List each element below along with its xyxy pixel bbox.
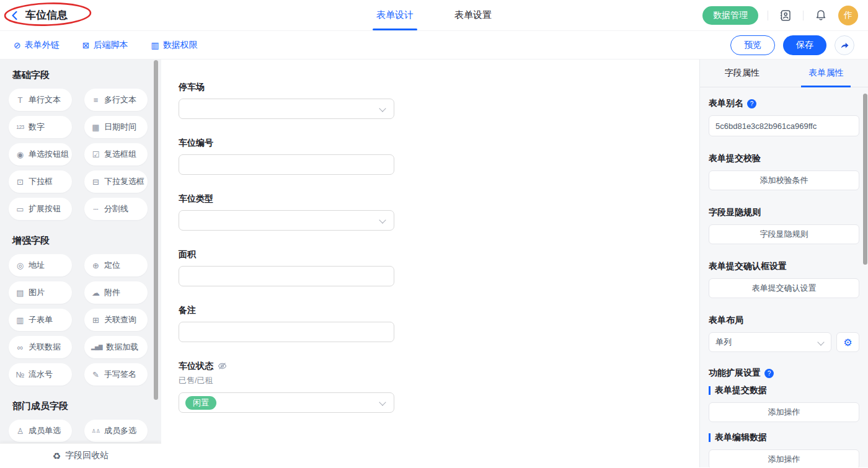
field-pill-signature[interactable]: ✎手写签名	[84, 363, 148, 386]
field-pill-member-single[interactable]: ♙成员单选	[9, 420, 72, 442]
field-label-row: 车位类型	[179, 193, 394, 204]
field-input[interactable]	[179, 266, 394, 286]
field-pill-member-multi[interactable]: ♙♙成员多选	[84, 420, 148, 442]
multi-dropdown-icon: ⊟	[91, 178, 100, 186]
field-pill-dropdown[interactable]: ⊡下拉框	[9, 170, 72, 193]
data-load-icon: ▂▅▇	[91, 345, 102, 350]
help-icon[interactable]: ?	[764, 369, 774, 378]
field-pill-serial-number[interactable]: №流水号	[9, 363, 72, 386]
share-button[interactable]	[835, 35, 854, 55]
field-pill-multi-line-text[interactable]: ≡多行文本	[84, 89, 148, 111]
canvas-field[interactable]: 备注	[179, 305, 394, 342]
field-pill-label: 手写签名	[104, 369, 136, 380]
field-recycle-bin[interactable]: ♻ 字段回收站	[0, 443, 161, 467]
back-chevron-icon	[10, 10, 20, 21]
field-pill-location[interactable]: ⊕定位	[84, 254, 148, 276]
address-icon: ◎	[16, 262, 25, 270]
field-pill-grid: ◎地址⊕定位▤图片☁附件▥子表单⊞关联查询∞关联数据▂▅▇数据加载№流水号✎手写…	[0, 248, 161, 391]
field-pill-data-load[interactable]: ▂▅▇数据加载	[84, 336, 148, 358]
backend-script-action[interactable]: ⊠ 后端脚本	[82, 40, 128, 51]
field-label-row: 车位编号	[179, 138, 394, 148]
attachment-icon: ☁	[91, 289, 100, 297]
field-pill-linked-data[interactable]: ∞关联数据	[9, 336, 72, 358]
canvas-field[interactable]: 面积	[179, 249, 394, 286]
help-icon[interactable]: ?	[747, 99, 756, 108]
canvas-field[interactable]: 车位编号	[179, 138, 394, 175]
submit-validation-button[interactable]: 添加校验条件	[709, 170, 859, 190]
back-button[interactable]: 车位信息	[10, 8, 68, 22]
panel-sections: 表单别名?5c6bd81e3c82b961ca969ffc表单提交校验添加校验条…	[700, 87, 868, 467]
properties-tabs: 字段属性 表单属性	[700, 60, 868, 87]
page-title: 车位信息	[25, 8, 68, 22]
canvas-field[interactable]: 车位类型	[179, 193, 394, 231]
canvas-field[interactable]: 车位状态已售/已租闲置	[179, 361, 394, 413]
field-select[interactable]	[179, 99, 394, 119]
field-pill-address[interactable]: ◎地址	[9, 254, 72, 276]
field-pill-number[interactable]: 123数字	[9, 116, 72, 138]
field-pill-multi-dropdown[interactable]: ⊟下拉复选框	[84, 170, 148, 193]
field-helper-text: 已售/已租	[179, 375, 394, 386]
field-pill-label: 数据加载	[106, 342, 138, 353]
data-permission-action[interactable]: ▥ 数据权限	[151, 40, 197, 51]
chevron-down-icon	[817, 338, 824, 345]
chevron-down-icon	[379, 105, 386, 112]
subform-icon: ▥	[16, 316, 25, 324]
field-pill-grid: T单行文本≡多行文本123数字▦日期时间◉单选按钮组☑复选框组⊡下拉框⊟下拉复选…	[0, 82, 161, 225]
canvas-field[interactable]: 停车场	[179, 82, 394, 119]
field-label: 车位编号	[179, 138, 213, 149]
field-input[interactable]	[179, 154, 394, 175]
workspace: 基础字段T单行文本≡多行文本123数字▦日期时间◉单选按钮组☑复选框组⊡下拉框⊟…	[0, 60, 868, 467]
form-layout-select[interactable]: 单列	[709, 332, 831, 352]
save-button[interactable]: 保存	[783, 35, 826, 55]
avatar[interactable]: 作	[838, 6, 858, 25]
blue-bar-marker	[709, 386, 711, 395]
preview-button[interactable]: 预览	[730, 35, 775, 55]
submit-confirm-box-button[interactable]: 表单提交确认设置	[709, 278, 859, 298]
field-library-sidebar: 基础字段T单行文本≡多行文本123数字▦日期时间◉单选按钮组☑复选框组⊡下拉框⊟…	[0, 60, 161, 467]
location-icon: ⊕	[91, 262, 100, 270]
field-select[interactable]	[179, 210, 394, 231]
form-alias-input[interactable]: 5c6bd81e3c82b961ca969ffc	[709, 115, 859, 136]
image-icon: ▤	[16, 289, 25, 297]
field-pill-image[interactable]: ▤图片	[9, 281, 72, 304]
status-tag: 闲置	[185, 396, 216, 410]
field-label: 面积	[179, 249, 196, 260]
field-select[interactable]: 闲置	[179, 392, 394, 413]
field-pill-label: 图片	[29, 287, 45, 298]
tab-form-properties[interactable]: 表单属性	[784, 60, 868, 87]
field-pill-attachment[interactable]: ☁附件	[84, 281, 148, 304]
tab-form-settings[interactable]: 表单设置	[448, 0, 498, 30]
field-pill-checkbox-group[interactable]: ☑复选框组	[84, 143, 148, 166]
field-pill-label: 单行文本	[29, 94, 61, 105]
panel-section-title-submit-validation: 表单提交校验	[709, 153, 859, 164]
layout-settings-gear-icon[interactable]: ⚙	[836, 332, 859, 352]
tab-form-design[interactable]: 表单设计	[370, 0, 420, 30]
field-label-row: 车位状态	[179, 361, 394, 371]
field-visibility-rules-button[interactable]: 字段显隐规则	[709, 224, 859, 244]
divider	[803, 11, 804, 20]
add-operation-button[interactable]: 添加操作	[709, 402, 859, 422]
data-manage-button[interactable]: 数据管理	[702, 6, 758, 25]
notification-bell-icon[interactable]	[813, 7, 829, 24]
field-pill-radio-group[interactable]: ◉单选按钮组	[9, 143, 72, 166]
backend-script-icon: ⊠	[82, 41, 90, 50]
top-bar: 车位信息 表单设计 表单设置 数据管理	[0, 0, 868, 31]
field-pill-extend-button[interactable]: ▭扩展按钮	[9, 198, 72, 220]
field-pill-label: 成员单选	[29, 425, 61, 436]
member-multi-icon: ♙♙	[91, 428, 100, 434]
panel-scrollbar[interactable]	[863, 94, 867, 265]
add-operation-button[interactable]: 添加操作	[709, 449, 859, 467]
field-pill-linked-query[interactable]: ⊞关联查询	[84, 309, 148, 331]
field-pill-single-line-text[interactable]: T单行文本	[9, 89, 72, 111]
field-label-row: 面积	[179, 249, 394, 260]
sidebar-scrollbar[interactable]	[154, 60, 158, 400]
field-pill-label: 子表单	[29, 314, 53, 325]
member-single-icon: ♙	[16, 427, 25, 435]
external-link-action[interactable]: ⊘ 表单外链	[14, 40, 60, 51]
field-pill-subform[interactable]: ▥子表单	[9, 309, 72, 331]
tab-field-properties[interactable]: 字段属性	[700, 60, 784, 87]
field-pill-divider[interactable]: ┄分割线	[84, 198, 148, 220]
field-pill-datetime[interactable]: ▦日期时间	[84, 116, 148, 138]
address-book-icon[interactable]	[777, 7, 794, 24]
field-input[interactable]	[179, 322, 394, 342]
